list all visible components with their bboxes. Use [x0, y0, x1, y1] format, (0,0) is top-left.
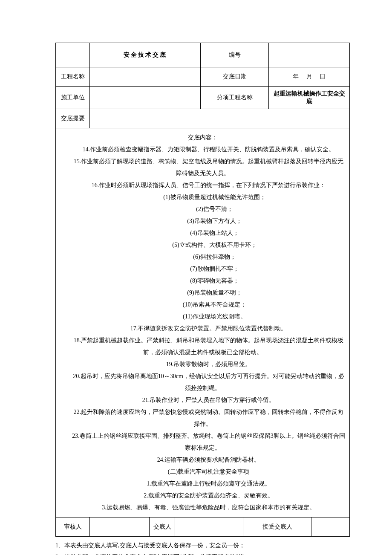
content-line: 24.运输车辆必须按要求配备消防器材。	[60, 454, 345, 466]
content-body: 交底内容： 14.作业前必须检查变幅指示器、力矩限制器、行程限位开关、防脱钩装置…	[56, 128, 350, 517]
subproject-label: 分项工程名称	[201, 87, 269, 109]
content-line: 1.载重汽车在遭路上行驶时必须遵守交通法规。	[60, 478, 345, 490]
document-page: 安全技术交底 编号 工程名称 交底日期 年 月 日 施工单位 分项工程名称 起重…	[0, 0, 392, 555]
unit-row: 施工单位 分项工程名称 起重运输机械操作工安全交底	[56, 87, 350, 109]
serial-label: 编号	[201, 43, 269, 67]
content-line: (二)载重汽车司机注意安全事项	[60, 466, 345, 478]
presenter-value[interactable]	[175, 517, 243, 537]
reviewer-label: 审核人	[56, 517, 90, 537]
content-row: 交底内容： 14.作业前必须检查变幅指示器、力矩限制器、行程限位开关、防脱钩装置…	[56, 128, 350, 517]
project-name-row: 工程名称 交底日期 年 月 日	[56, 67, 350, 87]
receiver-label: 接受交底人	[243, 517, 311, 537]
serial-value[interactable]	[269, 43, 350, 67]
summary-row: 交底提要	[56, 109, 350, 128]
footnote-2: 2、当做分部、分项施工作业安全交底时,应填写“分部、分项工程名称”栏；	[55, 552, 337, 555]
date-label: 交底日期	[201, 67, 269, 87]
content-line: 3.运载易燃、易爆、有毒、强腐蚀性等危险品时，应符合国家和本市的有关规定。	[60, 502, 345, 514]
content-line: 22.起升和降落的速度应均匀，严禁忽快忽慢或突然制动。回转动作应平稳，回转未停稳…	[60, 406, 345, 430]
summary-value[interactable]	[90, 109, 350, 128]
content-line: 20.起吊时，应先将吊物吊离地面10～30cm，经确认安全以后方可再行提升。对可…	[60, 370, 345, 394]
subproject-value[interactable]: 起重运输机械操作工安全交底	[269, 87, 350, 109]
blank-cell-top-left	[56, 43, 90, 67]
content-line: (6)斜拉斜牵物；	[60, 251, 345, 263]
content-line: (10)吊索具不符合规定；	[60, 299, 345, 311]
project-name-label: 工程名称	[56, 67, 90, 87]
content-line: 2.载重汽车的安全防护装置必须齐全、灵敏有效。	[60, 490, 345, 502]
form-title: 安全技术交底	[90, 43, 201, 67]
title-row: 安全技术交底 编号	[56, 43, 350, 67]
content-line: (2)信号不清；	[60, 203, 345, 215]
content-line: 17.不得随意拆改安全防护装置。严禁用限位装置代替制动。	[60, 323, 345, 335]
content-line: 15.作业前必须了解现场的道路、构筑物、架空电线及吊物的情况。起重机械臂杆起落及…	[60, 156, 345, 179]
content-line: (8)零碎物无容器；	[60, 275, 345, 287]
content-line: (4)吊装物上站人；	[60, 227, 345, 239]
content-line: (9)吊装物质量不明；	[60, 287, 345, 299]
content-line: (3)吊装物下方有人；	[60, 215, 345, 227]
unit-label: 施工单位	[56, 87, 90, 109]
footnote-1: 1、本表头由交底人填写,交底人与接受交底人各保存一份，安全员一份；	[55, 540, 337, 551]
content-heading: 交底内容：	[60, 132, 345, 144]
content-line: 14.作业前必须检查变幅指示器、力矩限制器、行程限位开关、防脱钩装置及吊索具，确…	[60, 144, 345, 156]
signer-row: 审核人 交底人 接受交底人	[56, 517, 350, 537]
content-line: (1)被吊物质量超过机械性能允许范围；	[60, 191, 345, 203]
content-line: (5)立式构件、大模板不用卡环；	[60, 239, 345, 251]
presenter-label: 交底人	[150, 517, 175, 537]
content-line: (7)散物捆扎不牢；	[60, 263, 345, 275]
content-line: 19.吊装零散物时，必须用吊笼。	[60, 358, 345, 370]
content-line: (11)作业现场光线阴暗。	[60, 311, 345, 323]
date-value[interactable]: 年 月 日	[269, 67, 350, 87]
content-line: 23.卷筒土上的钢丝绳应联接牢固、排列整齐。放绳时。卷筒上的钢丝应保留3脚以上。…	[60, 430, 345, 454]
content-line: 16.作业时必须听从现场指挥人员、信号工的统一指挥，在下列情况下严禁进行吊装作业…	[60, 179, 345, 191]
content-line: 18.严禁起重机械超载作业。严禁斜拉、斜吊和吊装埋入地下的物体。起吊现场浇注的混…	[60, 335, 345, 358]
unit-value[interactable]	[90, 87, 201, 109]
project-name-value[interactable]	[90, 67, 201, 87]
form-table: 安全技术交底 编号 工程名称 交底日期 年 月 日 施工单位 分项工程名称 起重…	[55, 43, 350, 537]
reviewer-value[interactable]	[90, 517, 150, 537]
content-line: 21.吊装作业时，严禁人员在吊物下方穿行或停留。	[60, 394, 345, 406]
summary-label: 交底提要	[56, 109, 90, 128]
footnotes: 1、本表头由交底人填写,交底人与接受交底人各保存一份，安全员一份； 2、当做分部…	[55, 537, 337, 555]
receiver-value[interactable]	[311, 517, 350, 537]
